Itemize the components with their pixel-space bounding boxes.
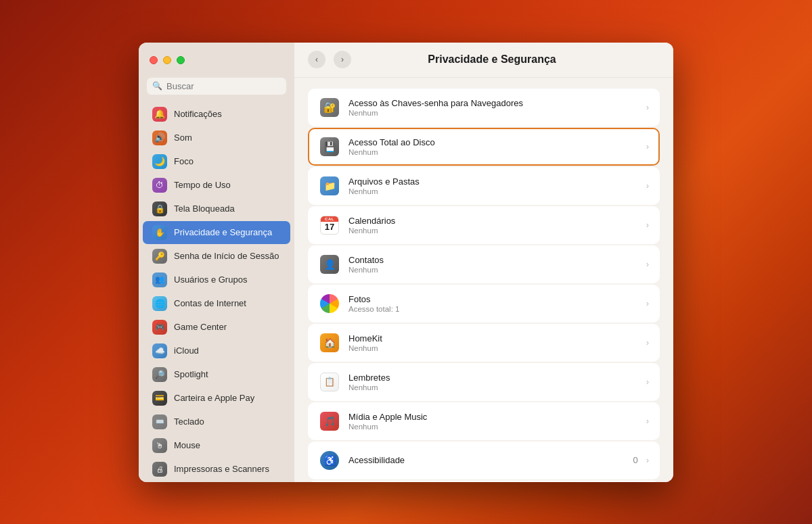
sidebar-item-carteira-applepay[interactable]: 💳 Carteira e Apple Pay bbox=[143, 387, 290, 410]
acesso-disco-icon: 💾 bbox=[319, 136, 340, 158]
chevron-right-icon: › bbox=[646, 298, 649, 308]
sidebar-item-usuarios-grupos[interactable]: 👥 Usuários e Grupos bbox=[143, 268, 290, 291]
disk-icon: 💾 bbox=[320, 137, 339, 156]
list-item-lembretes[interactable]: 📋 Lembretes Nenhum › bbox=[308, 363, 660, 401]
list-item-contatos[interactable]: 👤 Contatos Nenhum › bbox=[308, 245, 660, 283]
carteira-icon: 💳 bbox=[152, 391, 167, 406]
sidebar-item-label: Mouse bbox=[174, 440, 200, 450]
content-item-text: Mídia e Apple Music Nenhum bbox=[348, 412, 641, 431]
chevron-right-icon: › bbox=[646, 455, 649, 465]
contacts-icon: 👤 bbox=[320, 255, 339, 274]
sidebar-item-spotlight[interactable]: 🔎 Spotlight bbox=[143, 363, 290, 386]
chevron-right-icon: › bbox=[646, 416, 649, 426]
keys-icon: 🔐 bbox=[320, 98, 339, 117]
list-item-acesso-total-disco[interactable]: 💾 Acesso Total ao Disco Nenhum › bbox=[308, 128, 660, 166]
sidebar-item-label: Tempo de Uso bbox=[174, 180, 231, 190]
content-item-text: Acessibilidade bbox=[348, 455, 633, 465]
list-item-arquivos-pastas[interactable]: 📁 Arquivos e Pastas Nenhum › bbox=[308, 167, 660, 205]
main-content: ‹ › Privacidade e Segurança 🔐 Acesso às … bbox=[294, 43, 673, 482]
contas-icon: 🌐 bbox=[152, 296, 167, 311]
item-title: Acesso Total ao Disco bbox=[348, 137, 641, 147]
sidebar-item-label: Tela Bloqueada bbox=[174, 204, 235, 214]
sidebar-item-foco[interactable]: 🌙 Foco bbox=[143, 150, 290, 173]
calendarios-icon: CAL 17 bbox=[319, 214, 340, 236]
list-item-fotos[interactable]: Fotos Acesso total: 1 › bbox=[308, 285, 660, 323]
tempodeuso-icon: ⏱ bbox=[152, 178, 167, 193]
sidebar-item-tempo-de-uso[interactable]: ⏱ Tempo de Uso bbox=[143, 174, 290, 197]
list-item-chaves-senha[interactable]: 🔐 Acesso às Chaves-senha para Navegadore… bbox=[308, 89, 660, 126]
list-item-midia-music[interactable]: 🎵 Mídia e Apple Music Nenhum › bbox=[308, 402, 660, 440]
item-subtitle: Nenhum bbox=[348, 187, 641, 195]
main-window: 🔍 🔔 Notificações 🔊 Som 🌙 Foco ⏱ Tempo de… bbox=[139, 43, 673, 482]
gamecenter-icon: 🎮 bbox=[152, 320, 167, 335]
chevron-right-icon: › bbox=[646, 377, 649, 387]
privacidade-icon: ✋ bbox=[152, 225, 167, 240]
content-item-text: Arquivos e Pastas Nenhum bbox=[348, 176, 641, 195]
item-title: Mídia e Apple Music bbox=[348, 412, 641, 422]
content-item-text: Fotos Acesso total: 1 bbox=[348, 294, 641, 313]
back-button[interactable]: ‹ bbox=[308, 51, 325, 68]
item-title: HomeKit bbox=[348, 333, 641, 343]
sidebar-item-mouse[interactable]: 🖱 Mouse bbox=[143, 434, 290, 457]
homekit-icon: 🏠 bbox=[319, 332, 340, 354]
list-item-acessibilidade[interactable]: ♿ Acessibilidade 0 › bbox=[308, 442, 660, 479]
foco-icon: 🌙 bbox=[152, 154, 167, 169]
sidebar-item-contas-internet[interactable]: 🌐 Contas de Internet bbox=[143, 292, 290, 315]
list-item-calendarios[interactable]: CAL 17 Calendários Nenhum › bbox=[308, 206, 660, 244]
item-title: Fotos bbox=[348, 294, 641, 304]
item-subtitle: Nenhum bbox=[348, 109, 641, 117]
forward-button[interactable]: › bbox=[334, 51, 351, 68]
photos-icon bbox=[320, 294, 339, 313]
sidebar-item-label: Carteira e Apple Pay bbox=[174, 393, 254, 403]
mouse-icon: 🖱 bbox=[152, 438, 167, 453]
search-input[interactable] bbox=[166, 81, 281, 91]
lembretes-icon: 📋 bbox=[319, 371, 340, 393]
close-button[interactable] bbox=[150, 56, 158, 64]
sidebar-item-notificacoes[interactable]: 🔔 Notificações bbox=[143, 103, 290, 126]
chevron-right-icon: › bbox=[646, 259, 649, 269]
chaves-senha-icon: 🔐 bbox=[319, 97, 340, 118]
chevron-right-icon: › bbox=[646, 141, 649, 151]
sidebar-item-senha-inicio-sessao[interactable]: 🔑 Senha de Início de Sessão bbox=[143, 245, 290, 268]
sidebar-item-privacidade-seguranca[interactable]: ✋ Privacidade e Segurança bbox=[143, 221, 290, 244]
item-title: Contatos bbox=[348, 255, 641, 265]
sidebar-item-som[interactable]: 🔊 Som bbox=[143, 126, 290, 149]
arquivos-icon: 📁 bbox=[319, 175, 340, 197]
sidebar-item-label: Usuários e Grupos bbox=[174, 275, 247, 285]
content-item-text: Contatos Nenhum bbox=[348, 255, 641, 274]
item-count: 0 bbox=[633, 455, 637, 465]
list-item-homekit[interactable]: 🏠 HomeKit Nenhum › bbox=[308, 324, 660, 362]
content-item-text: Acesso Total ao Disco Nenhum bbox=[348, 137, 641, 156]
sidebar-item-impressoras-scanners[interactable]: 🖨 Impressoras e Scanners bbox=[143, 458, 290, 481]
sidebar-item-game-center[interactable]: 🎮 Game Center bbox=[143, 316, 290, 339]
usuarios-icon: 👥 bbox=[152, 272, 167, 287]
minimize-button[interactable] bbox=[163, 56, 171, 64]
sidebar-item-label: Teclado bbox=[174, 416, 204, 427]
list-item-automacao[interactable]: ⚙️ Automação 0 › bbox=[308, 481, 660, 482]
sidebar-list: 🔔 Notificações 🔊 Som 🌙 Foco ⏱ Tempo de U… bbox=[139, 100, 294, 482]
sidebar-item-label: Contas de Internet bbox=[174, 298, 246, 308]
item-subtitle: Nenhum bbox=[348, 344, 641, 352]
search-bar[interactable]: 🔍 bbox=[147, 78, 286, 95]
sidebar-item-label: Impressoras e Scanners bbox=[174, 464, 269, 474]
telabloqueada-icon: 🔒 bbox=[152, 201, 167, 216]
acessibilidade-icon: ♿ bbox=[319, 450, 340, 471]
sidebar-item-label: iCloud bbox=[174, 346, 199, 356]
sidebar-item-icloud[interactable]: ☁️ iCloud bbox=[143, 339, 290, 362]
item-title: Acessibilidade bbox=[348, 455, 633, 465]
chevron-right-icon: › bbox=[646, 181, 649, 191]
item-title: Lembretes bbox=[348, 373, 641, 383]
fullscreen-button[interactable] bbox=[177, 56, 185, 64]
chevron-right-icon: › bbox=[646, 337, 649, 348]
main-header: ‹ › Privacidade e Segurança bbox=[294, 43, 673, 78]
midia-icon: 🎵 bbox=[319, 410, 340, 432]
icloud-icon: ☁️ bbox=[152, 343, 167, 358]
som-icon: 🔊 bbox=[152, 130, 167, 145]
sidebar-item-label: Som bbox=[174, 133, 192, 143]
sidebar-item-teclado[interactable]: ⌨️ Teclado bbox=[143, 410, 290, 433]
contatos-icon: 👤 bbox=[319, 254, 340, 275]
music-icon: 🎵 bbox=[320, 412, 339, 431]
sidebar-item-label: Privacidade e Segurança bbox=[174, 227, 272, 237]
item-subtitle: Nenhum bbox=[348, 227, 641, 235]
sidebar-item-tela-bloqueada[interactable]: 🔒 Tela Bloqueada bbox=[143, 197, 290, 220]
